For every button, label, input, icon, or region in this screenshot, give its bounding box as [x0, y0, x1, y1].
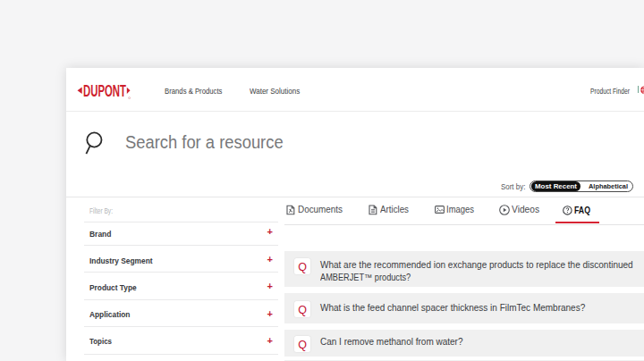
svg-text:DUPONT: DUPONT: [83, 83, 126, 99]
